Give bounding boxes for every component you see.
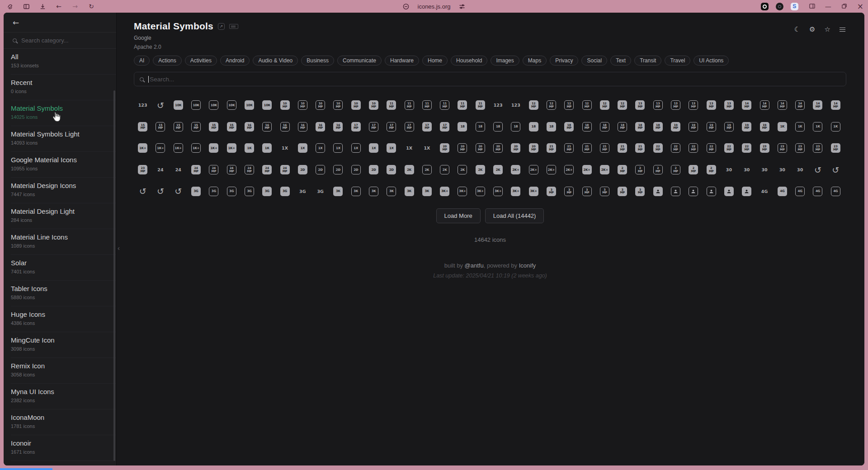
grid-icon-17mp[interactable]: 17 MP [369, 122, 378, 132]
forward-icon[interactable]: → [71, 3, 79, 10]
grid-icon-18mp[interactable]: 18 MP [635, 122, 645, 132]
grid-icon-24mp[interactable]: 24 MP [262, 165, 272, 174]
grid-icon-30[interactable]: 30 [761, 167, 767, 172]
grid-icon-13mp[interactable]: 13 MP [653, 100, 663, 110]
grid-icon-2k[interactable]: 2K [476, 165, 485, 174]
grid-icon-4g[interactable]: 4G [778, 187, 787, 196]
grid-icon-10mp[interactable]: 10 MP [351, 100, 361, 110]
grid-icon-18[interactable]: 18 [529, 122, 538, 132]
sidebar-item-huge-icons[interactable]: Huge Icons4386 icons [11, 306, 116, 332]
sidebar-item-material-design-icons[interactable]: Material Design Icons7447 icons [11, 178, 116, 203]
category-tag-social[interactable]: Social [581, 56, 607, 66]
grid-icon-3k[interactable]: 3K [351, 187, 361, 196]
grid-icon-30[interactable]: 30 [779, 167, 785, 172]
grid-icon-1kplus[interactable]: 1K+ [191, 143, 201, 153]
grid-icon-20mp[interactable]: 20 MP [458, 143, 467, 153]
sidebar-item-mingcute-icon[interactable]: MingCute Icon3098 icons [11, 332, 116, 358]
load-more-button[interactable]: Load More [436, 208, 481, 223]
grid-icon-22mp[interactable]: 22 MP [724, 143, 734, 153]
grid-icon-2mp[interactable]: 2 MP [635, 165, 645, 174]
grid-icon-24[interactable]: 24 [157, 167, 163, 172]
grid-icon-10k[interactable]: 10K [191, 100, 201, 110]
grid-icon-1x[interactable]: 1X [424, 146, 430, 150]
grid-icon-123[interactable]: 123 [494, 103, 503, 108]
sidebar-item-google-material-icons[interactable]: Google Material Icons10955 icons [11, 152, 116, 178]
extension-stylus-icon[interactable]: S [791, 3, 798, 10]
category-tag-activities[interactable]: Activities [185, 56, 217, 66]
address-bar[interactable]: icones.js.org [402, 0, 466, 13]
grid-icon-18[interactable]: 18 [511, 122, 520, 132]
grid-icon-22mp[interactable]: 22 MP [653, 143, 663, 153]
grid-icon-2d[interactable]: 2D [298, 165, 307, 174]
grid-icon-15mp[interactable]: 15 MP [191, 122, 201, 132]
grid-icon-360[interactable]: ↺ [157, 100, 164, 110]
grid-icon-10k[interactable]: 10K [262, 100, 272, 110]
grid-icon-3g[interactable]: 3G [191, 187, 201, 196]
grid-icon-3p[interactable] [653, 187, 663, 196]
grid-icon-21mp[interactable]: 21 MP [600, 143, 609, 153]
grid-icon-18[interactable]: 18 [493, 122, 503, 132]
favorite-star-icon[interactable]: ☆ [825, 26, 830, 33]
grid-icon-1x[interactable]: 1X [316, 143, 325, 153]
grid-icon-3g[interactable]: 3G [227, 187, 236, 196]
grid-icon-2mp[interactable]: 2 MP [689, 165, 698, 174]
grid-icon-24mp[interactable]: 24 MP [191, 165, 201, 174]
grid-icon-2kplus[interactable]: 2K+ [582, 165, 592, 174]
grid-icon-14mp[interactable]: 14 MP [760, 100, 769, 110]
grid-icon-1kplus[interactable]: 1K+ [138, 143, 147, 153]
grid-icon-3p[interactable] [707, 187, 716, 196]
grid-icon-17mp[interactable]: 17 MP [351, 122, 361, 132]
sidebar-item-all[interactable]: All153 iconsets [11, 49, 116, 75]
grid-icon-16mp[interactable]: 16 MP [298, 122, 307, 132]
grid-icon-19mp[interactable]: 19 MP [707, 122, 716, 132]
grid-icon-11mp[interactable]: 11 MP [387, 100, 396, 110]
browser-panel-icon[interactable] [809, 3, 815, 10]
grid-icon-2d[interactable]: 2D [316, 165, 325, 174]
grid-icon-123[interactable]: 123 [138, 103, 147, 108]
grid-icon-1k[interactable]: 1K [795, 122, 805, 132]
grid-icon-13mp[interactable]: 13 MP [689, 100, 698, 110]
grid-icon-3g[interactable]: 3G [245, 187, 254, 196]
grid-icon-3kplus[interactable]: 3K+ [493, 187, 503, 196]
grid-icon-18mp[interactable]: 18 MP [618, 122, 627, 132]
grid-icon-21mp[interactable]: 21 MP [582, 143, 592, 153]
grid-icon-3mp[interactable]: 3 MP [582, 187, 592, 196]
grid-icon-10k[interactable]: 10K [245, 100, 254, 110]
grid-icon-2k[interactable]: 2K [422, 165, 432, 174]
category-tag-communicate[interactable]: Communicate [337, 56, 382, 66]
grid-icon-10mp[interactable]: 10 MP [369, 100, 378, 110]
grid-icon-11mp[interactable]: 11 MP [422, 100, 432, 110]
grid-icon-12mp[interactable]: 12 MP [618, 100, 627, 110]
grid-icon-18[interactable]: 18 [458, 122, 467, 132]
grid-icon-1x[interactable]: 1X [298, 143, 307, 153]
grid-icon-3p[interactable] [724, 187, 734, 196]
grid-icon-16mp[interactable]: 16 MP [333, 122, 343, 132]
grid-icon-2kplus[interactable]: 2K+ [564, 165, 574, 174]
grid-icon-2kplus[interactable]: 2K+ [529, 165, 538, 174]
grid-icon-1k[interactable]: 1K [262, 143, 272, 153]
grid-icon-1kplus[interactable]: 1K+ [227, 143, 236, 153]
icon-search-input[interactable] [150, 76, 846, 83]
grid-icon-1x[interactable]: 1X [282, 146, 288, 150]
category-tag-actions[interactable]: Actions [153, 56, 181, 66]
grid-icon-16mp[interactable]: 16 MP [262, 122, 272, 132]
author-link[interactable]: @antfu [465, 262, 484, 269]
grid-icon-12mp[interactable]: 12 MP [600, 100, 609, 110]
grid-icon-24mp[interactable]: 24 MP [280, 165, 290, 174]
sidebar-item-recent[interactable]: Recent0 icons [11, 75, 116, 100]
grid-icon-3kplus[interactable]: 3K+ [440, 187, 449, 196]
sidebar-back-button[interactable]: ← [4, 13, 116, 33]
grid-icon-4g[interactable]: 4G [761, 189, 768, 194]
category-tag-hardware[interactable]: Hardware [385, 56, 419, 66]
category-tag-android[interactable]: Android [220, 56, 250, 66]
grid-icon-24mp[interactable]: 24 MP [209, 165, 218, 174]
grid-icon-24mp[interactable]: 24 MP [227, 165, 236, 174]
sidebar-item-iconamoon[interactable]: IconaMoon1781 icons [11, 409, 116, 435]
grid-icon-2d[interactable]: 2D [387, 165, 396, 174]
tune-icon[interactable] [458, 3, 466, 10]
grid-icon-1x[interactable]: 1X [387, 143, 396, 153]
grid-icon-19mp[interactable]: 19 MP [760, 122, 769, 132]
grid-icon-2kplus[interactable]: 2K+ [547, 165, 556, 174]
browser-logo-icon[interactable] [6, 3, 14, 10]
grid-icon-4g[interactable]: 4G [831, 187, 840, 196]
